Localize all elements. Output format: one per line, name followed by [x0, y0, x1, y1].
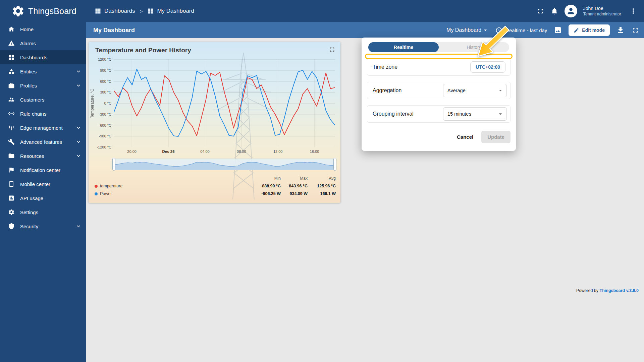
- notifications-bell-icon[interactable]: [550, 7, 558, 15]
- sidebar-item-label: Customers: [20, 97, 45, 103]
- widget-fullscreen-icon[interactable]: [328, 46, 336, 53]
- folder-icon: [8, 153, 15, 159]
- legend-header-max: Max: [281, 176, 308, 181]
- popup-actions: Cancel Update: [367, 131, 511, 143]
- image-icon[interactable]: [554, 26, 562, 34]
- sidebar-item-settings[interactable]: Settings: [0, 205, 86, 219]
- sidebar-item-label: Security: [20, 224, 38, 229]
- cancel-button[interactable]: Cancel: [452, 131, 478, 142]
- expand-fullscreen-icon[interactable]: [631, 26, 639, 34]
- toolbar-actions: My Dashboard Realtime - last day Edit mo…: [446, 24, 644, 36]
- chevron-down-icon[interactable]: [75, 223, 82, 230]
- sidebar-item-resources[interactable]: Resources: [0, 149, 86, 163]
- version-link[interactable]: Thingsboard v.3.9.0: [600, 288, 639, 293]
- aggregation-select[interactable]: Average: [443, 84, 507, 97]
- brush-handle-right[interactable]: [333, 158, 336, 171]
- timewindow-button[interactable]: Realtime - last day: [495, 27, 547, 34]
- sidebar-item-label: Dashboards: [20, 55, 47, 60]
- sidebar-item-api-usage[interactable]: API usage: [0, 191, 86, 205]
- sidebar-item-label: Home: [20, 26, 34, 32]
- home-icon: [8, 26, 15, 33]
- sidebar-item-profiles[interactable]: Profiles: [0, 78, 86, 93]
- tab-history[interactable]: History: [439, 42, 509, 52]
- customers-icon: [8, 96, 15, 103]
- powered-by-text: Powered by: [576, 288, 598, 293]
- dashboard-select[interactable]: My Dashboard: [446, 27, 489, 34]
- sidebar-item-rule-chains[interactable]: Rule chains: [0, 107, 86, 121]
- sidebar-item-security[interactable]: Security: [0, 219, 86, 233]
- legend-header-min: Min: [253, 176, 281, 181]
- avatar[interactable]: [565, 5, 577, 17]
- breadcrumb-label: My Dashboard: [157, 8, 194, 14]
- chevron-down-icon[interactable]: [75, 124, 82, 131]
- sidebar-item-edge-management[interactable]: Edge management: [0, 121, 86, 135]
- wrench-icon: [8, 138, 15, 145]
- page: ThingsBoard Dashboards > My Dashboard Jo…: [0, 0, 644, 362]
- sidebar-item-home[interactable]: Home: [0, 22, 86, 36]
- brush-handle-left[interactable]: [112, 158, 115, 171]
- edit-mode-button[interactable]: Edit mode: [569, 24, 610, 36]
- sidebar-item-alarms[interactable]: Alarms: [0, 36, 86, 50]
- sidebar-item-customers[interactable]: Customers: [0, 93, 86, 107]
- dashboards-icon: [95, 8, 101, 14]
- sidebar-item-entities[interactable]: Entities: [0, 64, 86, 78]
- sidebar: Home Alarms Dashboards Entities Profiles…: [0, 22, 86, 362]
- sidebar-item-mobile-center[interactable]: Mobile center: [0, 177, 86, 191]
- chevron-down-icon[interactable]: [75, 68, 82, 75]
- sidebar-item-dashboards[interactable]: Dashboards: [0, 50, 86, 64]
- sidebar-item-label: Entities: [20, 69, 37, 74]
- app-logo[interactable]: ThingsBoard: [11, 4, 83, 18]
- sidebar-item-advanced-features[interactable]: Advanced features: [0, 135, 86, 149]
- chevron-down-icon[interactable]: [75, 153, 82, 159]
- timewindow-popup: Realtime History Time zone UTC+02:00 Agg…: [362, 38, 516, 151]
- timewindow-tabs: Realtime History: [368, 42, 509, 52]
- smartphone-icon: [8, 181, 15, 187]
- thingsboard-logo-icon: [11, 4, 25, 18]
- chevron-down-icon[interactable]: [75, 138, 82, 145]
- power-series-dot: [95, 192, 98, 195]
- flag-icon: [8, 167, 15, 173]
- legend-header-avg: Avg: [308, 176, 336, 181]
- grouping-interval-select[interactable]: 15 minutes: [443, 107, 507, 121]
- y-axis-tick: 0 °C: [89, 101, 111, 105]
- breadcrumb-dashboards[interactable]: Dashboards: [95, 8, 135, 14]
- time-range-brush[interactable]: [114, 159, 335, 170]
- y-axis-ticks: 1200 °C900 °C600 °C300 °C0 °C-300 °C-600…: [89, 59, 111, 147]
- x-axis-tick: 16:00: [303, 149, 326, 154]
- user-info[interactable]: John Doe Tenant administrator: [583, 5, 621, 17]
- update-button[interactable]: Update: [481, 131, 511, 143]
- y-axis-tick: -900 °C: [89, 134, 111, 138]
- y-axis-tick: 600 °C: [89, 79, 111, 83]
- caret-down-icon: [497, 87, 504, 94]
- fullscreen-icon[interactable]: [536, 7, 544, 15]
- time-zone-button[interactable]: UTC+02:00: [470, 61, 505, 73]
- x-axis-ticks: 20:00Dec 2604:0008:0012:0016:00: [114, 149, 335, 155]
- warning-icon: [8, 40, 15, 47]
- chart-svg: [114, 59, 335, 147]
- tab-realtime[interactable]: Realtime: [368, 42, 439, 52]
- breadcrumb-my-dashboard[interactable]: My Dashboard: [147, 8, 194, 14]
- aggregation-label: Aggregation: [373, 87, 401, 94]
- dashboards-icon: [8, 54, 15, 61]
- legend-item-temperature[interactable]: temperature: [95, 184, 253, 188]
- rule-chains-icon: [8, 110, 15, 117]
- kebab-menu-icon[interactable]: [629, 7, 637, 15]
- clock-icon: [495, 27, 502, 34]
- chart-plot-area: [114, 59, 335, 147]
- user-role: Tenant administrator: [583, 11, 621, 17]
- download-icon[interactable]: [616, 26, 625, 34]
- profiles-icon: [8, 82, 15, 89]
- legend-item-power[interactable]: Power: [95, 191, 253, 196]
- sidebar-item-label: Advanced features: [20, 139, 62, 145]
- chart-legend: Min Max Avg temperature -888.99 °C 843.9…: [95, 176, 336, 196]
- legend-value: 166.1 W: [308, 191, 336, 196]
- sidebar-item-label: Rule chains: [20, 111, 46, 117]
- time-zone-row: Time zone UTC+02:00: [367, 58, 511, 76]
- sidebar-item-label: Settings: [20, 209, 38, 215]
- caret-down-icon: [482, 27, 489, 34]
- dashboard-select-value: My Dashboard: [446, 27, 481, 33]
- widget-title: Temperature and Power History: [95, 47, 191, 54]
- chevron-down-icon[interactable]: [75, 82, 82, 89]
- grouping-interval-row: Grouping interval 15 minutes: [367, 105, 511, 123]
- sidebar-item-notification-center[interactable]: Notification center: [0, 163, 86, 177]
